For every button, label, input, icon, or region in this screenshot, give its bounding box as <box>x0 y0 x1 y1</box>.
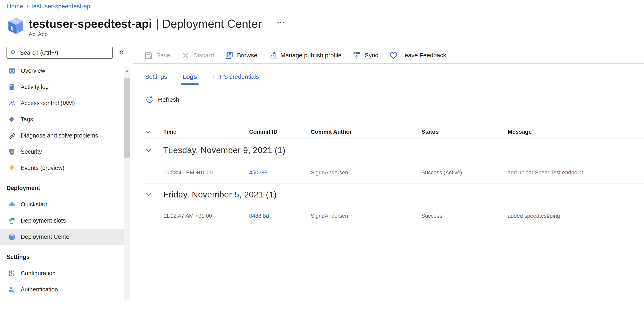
commit-message: add uploadSpeedTest endpoint <box>508 170 644 176</box>
log-group-row: Friday, November 5, 2021 (1) <box>142 184 644 205</box>
manage-publish-profile-button[interactable]: Manage publish profile <box>263 51 347 60</box>
sync-icon <box>352 51 361 60</box>
tab-logs[interactable]: Logs <box>181 72 198 85</box>
overview-icon <box>8 67 16 74</box>
nav-section-settings: Settings <box>0 249 115 265</box>
sync-button[interactable]: Sync <box>347 51 384 60</box>
deploy-status: Success <box>421 213 508 219</box>
sidebar-item-label: Deployment slots <box>21 217 66 224</box>
refresh-button[interactable]: Refresh <box>145 95 179 104</box>
page-title-block: testuser-speedtest-api | Deployment Cent… <box>29 17 262 38</box>
save-icon <box>144 51 153 60</box>
refresh-icon <box>145 95 154 104</box>
scrollbar-up-arrow-icon[interactable] <box>124 67 130 74</box>
save-label: Save <box>156 52 170 59</box>
sidebar-item-tags[interactable]: Tags <box>0 111 124 128</box>
sidebar-item-label: Activity log <box>21 84 49 90</box>
column-header-commit-id[interactable]: Commit ID <box>249 128 311 135</box>
log-group-row: Tuesday, November 9, 2021 (1) <box>142 139 644 162</box>
activity-log-icon <box>8 83 16 91</box>
sidebar-item-overview[interactable]: Overview <box>0 62 124 79</box>
sidebar-item-label: Diagnose and solve problems <box>21 132 98 139</box>
nav-spacer <box>0 245 124 249</box>
configuration-sliders-icon <box>8 270 16 277</box>
column-header-time[interactable]: Time <box>163 128 249 135</box>
page-header: testuser-speedtest-api | Deployment Cent… <box>8 17 262 38</box>
sidebar-item-label: Deployment Center <box>21 234 71 240</box>
more-options-button[interactable]: … <box>277 16 286 25</box>
search-icon <box>10 50 16 56</box>
tab-ftps-credentials[interactable]: FTPS credentials <box>211 72 260 85</box>
title-separator: | <box>156 17 158 30</box>
breadcrumb-current-link[interactable]: testuser-speedtest-api <box>32 3 92 10</box>
nav-section-deployment: Deployment <box>0 180 115 196</box>
resource-type-label: Api App <box>29 31 262 38</box>
breadcrumb: Home › testuser-speedtest-api <box>7 3 92 10</box>
browse-icon <box>225 51 234 60</box>
scrollbar-thumb[interactable] <box>124 78 130 158</box>
sidebar-item-events-preview[interactable]: Events (preview) <box>0 160 124 176</box>
sidebar-item-diagnose-solve-problems[interactable]: Diagnose and solve problems <box>0 128 124 144</box>
sidebar-collapse-button[interactable]: « <box>119 46 124 57</box>
toolbar-divider <box>133 64 644 64</box>
sidebar-item-label: Quickstart <box>21 201 47 208</box>
sidebar-item-label: Configuration <box>21 270 56 277</box>
deployment-slots-icon <box>8 217 16 224</box>
save-button[interactable]: Save <box>142 51 176 60</box>
sidebar-item-activity-log[interactable]: Activity log <box>0 79 124 95</box>
quickstart-cloud-icon <box>8 201 16 208</box>
column-header-status[interactable]: Status <box>421 128 508 135</box>
deploy-status: Success (Active) <box>421 170 508 176</box>
log-time: 11:12:47 AM +01:00 <box>163 213 249 219</box>
sidebar-item-label: Security <box>21 148 42 155</box>
pivot-tabs: Settings Logs FTPS credentials <box>145 72 260 85</box>
blade-name: Deployment Center <box>162 17 262 30</box>
group-expander[interactable] <box>142 191 163 198</box>
tab-settings[interactable]: Settings <box>144 72 168 85</box>
table-header-row: Time Commit ID Commit Author Status Mess… <box>142 125 644 139</box>
table-header-expander[interactable] <box>142 129 163 135</box>
sidebar-item-deployment-slots[interactable]: Deployment slots <box>0 212 124 229</box>
nav-spacer <box>0 176 124 180</box>
events-bolt-icon <box>8 164 16 172</box>
log-row[interactable]: 10:23:41 PM +01:00 4502881 SigridAnderse… <box>142 162 644 184</box>
commit-id-link[interactable]: 4502881 <box>249 170 270 176</box>
sidebar-item-authentication[interactable]: Authentication <box>0 281 124 298</box>
sidebar-nav: Overview Activity log Access control (IA… <box>0 62 124 298</box>
sidebar-item-security[interactable]: Security <box>0 144 124 160</box>
wrench-icon <box>8 132 16 139</box>
commit-author: SigridAndersen <box>311 170 421 176</box>
breadcrumb-home-link[interactable]: Home <box>7 3 23 10</box>
sidebar-search-box[interactable] <box>6 47 113 59</box>
browse-button[interactable]: Browse <box>220 51 263 60</box>
manage-publish-profile-label: Manage publish profile <box>280 52 342 59</box>
log-row[interactable]: 11:12:47 AM +01:00 0488f8d SigridAnderse… <box>142 205 644 227</box>
commit-id-link[interactable]: 0488f8d <box>249 213 269 219</box>
sidebar-item-label: Tags <box>21 116 33 123</box>
sidebar-search-input[interactable] <box>20 49 110 56</box>
sidebar-item-deployment-center[interactable]: Deployment Center <box>0 229 124 245</box>
breadcrumb-separator-icon: › <box>26 3 28 9</box>
commit-author: SigridAndersen <box>311 213 421 219</box>
commit-message: added speedtest/ping <box>508 213 644 219</box>
sidebar-item-label: Overview <box>21 68 45 74</box>
resource-name: testuser-speedtest-api <box>29 17 152 30</box>
sidebar-item-configuration[interactable]: Configuration <box>0 265 124 281</box>
group-expander[interactable] <box>142 147 163 154</box>
azure-portal-page: Home › testuser-speedtest-api testuser-s… <box>0 0 644 321</box>
command-bar: Save Discard Browse Manage publish profi… <box>142 48 452 63</box>
page-title: testuser-speedtest-api | Deployment Cent… <box>29 17 262 30</box>
leave-feedback-button[interactable]: Leave Feedback <box>384 51 452 60</box>
sidebar-scrollbar[interactable] <box>124 67 130 300</box>
sidebar-item-quickstart[interactable]: Quickstart <box>0 196 124 212</box>
tags-icon <box>8 116 16 123</box>
sidebar-item-access-control-iam[interactable]: Access control (IAM) <box>0 95 124 111</box>
heart-icon <box>389 51 398 60</box>
group-title: Tuesday, November 9, 2021 (1) <box>163 146 644 155</box>
discard-button[interactable]: Discard <box>176 51 220 60</box>
publish-profile-icon <box>268 51 277 60</box>
refresh-label: Refresh <box>158 96 179 103</box>
chevron-down-icon <box>145 129 151 135</box>
column-header-commit-author[interactable]: Commit Author <box>311 128 421 135</box>
column-header-message[interactable]: Message <box>508 128 644 135</box>
